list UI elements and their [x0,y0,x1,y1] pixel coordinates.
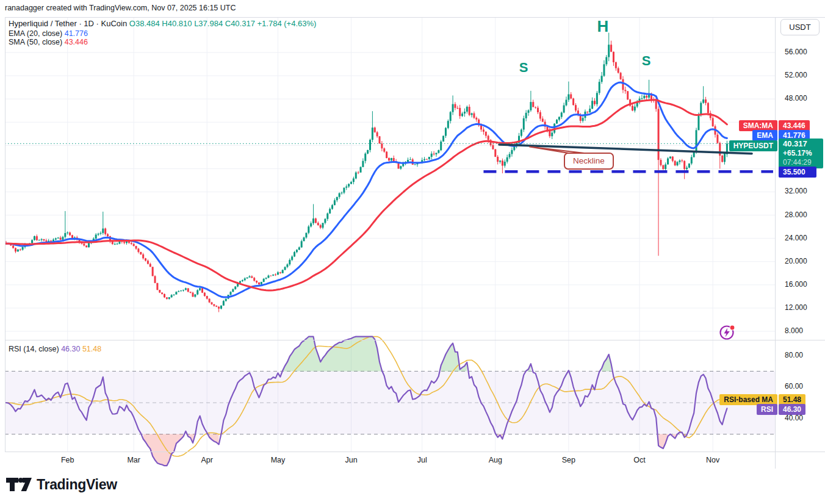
left-shoulder-label[interactable]: S [519,60,528,76]
price-tick-label: 48.000 [785,94,807,103]
head-label[interactable]: H [597,17,609,36]
last-price-value: 40.317 [783,139,823,149]
pane-divider[interactable] [5,340,825,340]
rsi-value: 46.30 [61,345,80,353]
rsi-ma-value: 51.48 [82,345,101,353]
month-label: Oct [633,456,645,464]
pane-left-border [5,17,5,452]
price-tick-label: 28.000 [785,211,807,219]
rsi-tick-label: 60.00 [785,382,803,391]
ohlc-high: H40.810 [162,19,192,28]
watermark-text: ranadagger created with TradingView.com,… [5,4,236,12]
last-price-change: +65.17% [783,149,823,158]
month-label: Mar [127,456,140,464]
bar-countdown: 07:44:29 [783,158,823,167]
price-tick-label: 20.000 [785,257,807,265]
time-axis-border [5,452,825,452]
tradingview-logo-text: TradingView [37,477,117,493]
month-label: May [271,456,286,464]
month-label: Apr [201,456,213,464]
last-price-badge: 40.317 +65.17% 07:44:29 [779,139,823,168]
price-tick-label: 56.000 [785,48,807,56]
symbol-price-label: HYPEUSDT [729,140,777,151]
month-label: Feb [61,456,74,464]
support-level-badge: 35.500 [779,167,816,178]
tradingview-logo: TradingView [6,477,117,493]
rsi-tick-label: 80.00 [785,351,803,359]
ohlc-change: +1.784 (+4.63%) [258,19,317,28]
symbol-interval: 1D [84,19,94,28]
price-tick-label: 52.000 [785,71,807,79]
rsi-axis-label: RSI [757,404,777,415]
tradingview-chart-app: { "watermark": "ranadagger created with … [0,0,825,504]
symbol-legend[interactable]: Hyperliquid / Tether · 1D · KuCoin O38.4… [9,19,316,28]
month-label: Aug [489,456,502,464]
symbol-exchange: KuCoin [101,19,128,28]
month-label: Sep [562,456,575,464]
sma-value: 43.446 [65,38,88,46]
price-tick-label: 8.000 [785,326,803,335]
ohlc-open: O38.484 [129,19,160,28]
pane-top-border [5,17,825,18]
rsi-axis-value: 46.30 [779,404,805,415]
price-tick-label: 24.000 [785,234,807,242]
ohlc-low: L37.984 [194,19,223,28]
tradingview-logo-icon [6,478,32,492]
price-tick-label: 16.000 [785,280,807,289]
month-label: Jun [345,456,357,464]
currency-button[interactable]: USDT [780,19,820,35]
rsi-legend[interactable]: RSI (14, close) 46.30 51.48 [9,345,101,353]
price-tick-label: 12.000 [785,303,807,312]
ohlc-close: C40.317 [225,19,255,28]
ema-legend[interactable]: EMA (20, close) 41.776 [9,29,88,38]
price-tick-label: 32.000 [785,187,807,195]
lightning-icon [719,323,737,342]
right-shoulder-label[interactable]: S [642,53,651,69]
ema-axis-label: EMA [752,130,777,141]
symbol-name: Hyperliquid / Tether [9,19,77,28]
ema-value: 41.776 [65,29,88,38]
sma-legend[interactable]: SMA (50, close) 43.446 [9,38,88,46]
neckline-callout[interactable]: Neckline [564,153,614,170]
month-label: Nov [706,456,719,464]
chart-canvas[interactable] [0,0,825,471]
spark-boost-icon[interactable] [719,323,737,342]
month-label: Jul [417,456,427,464]
